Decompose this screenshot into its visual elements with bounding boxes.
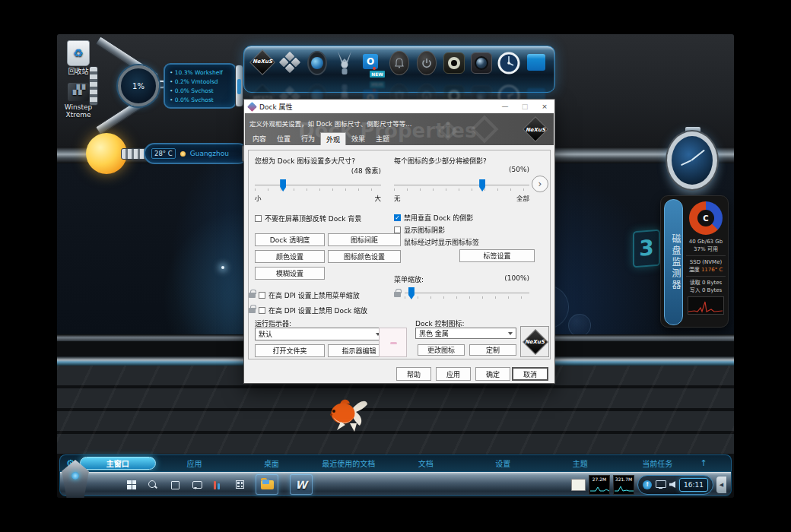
- ok-button[interactable]: 确定: [475, 367, 510, 381]
- dock-icon-clock-gauge[interactable]: [496, 49, 522, 78]
- label-settings-button[interactable]: 标签设置: [459, 249, 535, 262]
- tab-main-window[interactable]: 主窗口: [80, 457, 156, 470]
- dock-icon-nexus[interactable]: NeXuS: [249, 49, 275, 78]
- system-tray: 27.2M 321.7M ↑ 16:11 ◀: [571, 473, 726, 496]
- disk-write: 写入 0 Bytes: [686, 287, 726, 294]
- collapse-arrow-icon[interactable]: ↑: [696, 458, 711, 468]
- minimize-button[interactable]: —: [495, 100, 515, 113]
- recycle-bin-icon: [67, 40, 90, 66]
- open-folder-button[interactable]: 打开文件夹: [255, 344, 325, 357]
- volume-icon[interactable]: [669, 481, 675, 488]
- checkbox-box[interactable]: [394, 226, 401, 233]
- checkbox-dpi-disable-menu-zoom[interactable]: 在高 DPI 设置上禁用菜单缩放: [259, 290, 360, 300]
- network-down-value: 321.7M: [614, 477, 634, 482]
- tab-documents[interactable]: 文档: [387, 458, 464, 469]
- tab-current-tasks[interactable]: 当前任务: [619, 458, 696, 469]
- display-icon[interactable]: [656, 480, 666, 489]
- widgets-icon[interactable]: [214, 480, 224, 489]
- tab-effects[interactable]: 效果: [346, 132, 370, 145]
- tab-theme[interactable]: 主题: [370, 132, 395, 145]
- tab-recent-documents[interactable]: 最近使用的文档: [310, 458, 387, 469]
- analog-clock-widget[interactable]: [666, 127, 720, 194]
- reflection-slider[interactable]: [394, 179, 529, 192]
- slide-arrow-button[interactable]: ◀: [716, 477, 726, 493]
- checkbox-disable-vertical-reflection[interactable]: ✓ 禁用垂直 Dock 的倒影: [394, 213, 473, 223]
- maximize-button[interactable]: □: [515, 100, 535, 113]
- power-icon: [417, 51, 437, 75]
- taskbar-main-row: W 27.2M 321.7M ↑ 16:11 ◀: [59, 471, 732, 496]
- winstep-logo-icon: [68, 83, 89, 101]
- weather-widget[interactable]: 28° C Guangzhou: [86, 131, 249, 177]
- chat-icon[interactable]: [192, 480, 202, 490]
- dock-icon-winstep-tiles[interactable]: [277, 49, 303, 78]
- dock-control-icon-preview: NeXuS: [520, 326, 549, 357]
- tab-applications[interactable]: 应用: [156, 458, 233, 469]
- reflection-range-labels: 无 全部: [394, 193, 529, 202]
- dock-icon-outlook[interactable]: O NEW: [359, 49, 385, 78]
- update-icon[interactable]: ↑: [643, 480, 652, 489]
- dock-icon-globe[interactable]: [304, 49, 330, 78]
- dock-icon-bell[interactable]: [386, 49, 412, 78]
- checkbox-dpi-disable-dock-zoom[interactable]: 在高 DPI 设置上禁用 Dock 缩放: [259, 306, 367, 315]
- task-view-icon[interactable]: [170, 480, 180, 490]
- menu-zoom-slider[interactable]: [405, 287, 529, 300]
- disk-monitor-widget[interactable]: 磁盘监测器 C 40 Gb/63 Gb 37% 可用 SSD (NVMe) 温度…: [660, 195, 729, 328]
- icon-color-settings-button[interactable]: 图标颜色设置: [328, 250, 401, 263]
- tab-behavior[interactable]: 行为: [296, 132, 320, 145]
- run-indicator-dropdown[interactable]: 默认: [255, 328, 384, 340]
- camera-lens-icon: [471, 52, 492, 74]
- winstep-task[interactable]: W: [290, 474, 313, 495]
- tiles-icon: [279, 52, 300, 73]
- dock-icon-speaker[interactable]: [441, 49, 467, 78]
- desktop: 回收站 Winstep Xtreme 1% 10.3% Workshelf 0.…: [57, 34, 734, 498]
- icon-size-question: 您想为 Dock 图标设置多大尺寸?: [255, 156, 355, 166]
- tab-appearance[interactable]: 外观: [320, 132, 346, 145]
- customize-button[interactable]: 定制: [469, 344, 516, 356]
- cancel-button[interactable]: 取消: [512, 367, 548, 381]
- tab-content[interactable]: 内容: [247, 132, 272, 145]
- apply-button[interactable]: 应用: [436, 367, 471, 381]
- checkbox-no-flip-background[interactable]: 不要在屏幕顶部反转 Dock 背景: [255, 214, 361, 223]
- tab-position[interactable]: 位置: [272, 132, 296, 145]
- file-explorer-task[interactable]: [256, 474, 278, 495]
- checkbox-label: 在高 DPI 设置上禁用 Dock 缩放: [268, 306, 367, 315]
- icon-size-slider[interactable]: [255, 179, 381, 192]
- disk-monitor-body: C 40 Gb/63 Gb 37% 可用 SSD (NVMe) 温度 1176°…: [686, 201, 726, 315]
- checkbox-box[interactable]: [259, 292, 265, 299]
- tab-themes[interactable]: 主题: [542, 458, 618, 469]
- checkbox-label: 显示图标阴影: [404, 225, 445, 235]
- drive-type: SSD (NVMe): [686, 258, 726, 266]
- color-settings-button[interactable]: 颜色设置: [255, 250, 325, 263]
- help-button[interactable]: 帮助: [396, 367, 431, 381]
- temperature-value: 28° C: [151, 148, 176, 159]
- network-up-graph[interactable]: 27.2M: [589, 475, 610, 495]
- icon-spacing-button[interactable]: 图标间距: [328, 233, 401, 246]
- change-icon-button[interactable]: 更改图标: [418, 344, 465, 356]
- checkbox-box[interactable]: [255, 215, 262, 222]
- tray-clock[interactable]: 16:11: [679, 478, 708, 492]
- tray-app-icon[interactable]: [571, 479, 586, 491]
- checkbox-box-checked[interactable]: ✓: [394, 214, 401, 221]
- checkbox-label: 禁用垂直 Dock 的倒影: [404, 213, 473, 223]
- dock-opacity-button[interactable]: Dock 透明度: [255, 233, 325, 246]
- dock-control-icon-dropdown[interactable]: 黑色 金属: [415, 328, 516, 339]
- dock-icon-blue-window[interactable]: [523, 49, 549, 78]
- tab-settings[interactable]: 设置: [465, 458, 542, 469]
- ime-grid-icon[interactable]: [236, 480, 244, 489]
- network-down-graph[interactable]: 321.7M: [613, 475, 634, 495]
- checkbox-show-icon-shadow[interactable]: 显示图标阴影: [394, 225, 445, 235]
- dock-icon-robot[interactable]: [332, 49, 357, 78]
- cpu-meter-widget[interactable]: 1% 10.3% Workshelf 0.2% Vmtoolsd 0.0% Sv…: [87, 43, 243, 128]
- icon-size-value: (48 像素): [255, 166, 381, 176]
- close-button[interactable]: ×: [535, 100, 554, 113]
- tab-desktop[interactable]: 桌面: [233, 458, 310, 469]
- start-button[interactable]: [127, 480, 136, 489]
- dock-icon-power[interactable]: [414, 49, 440, 78]
- dialog-title: Dock 属性: [259, 102, 292, 112]
- checkbox-show-labels-on-hover[interactable]: ✓ 鼠标经过时显示图标标签: [394, 237, 479, 247]
- next-page-button[interactable]: ›: [532, 176, 548, 192]
- checkbox-box[interactable]: [259, 307, 265, 314]
- blur-settings-button[interactable]: 模糊设置: [255, 267, 325, 280]
- dock-icon-camera[interactable]: [469, 49, 494, 78]
- search-icon[interactable]: [148, 480, 158, 490]
